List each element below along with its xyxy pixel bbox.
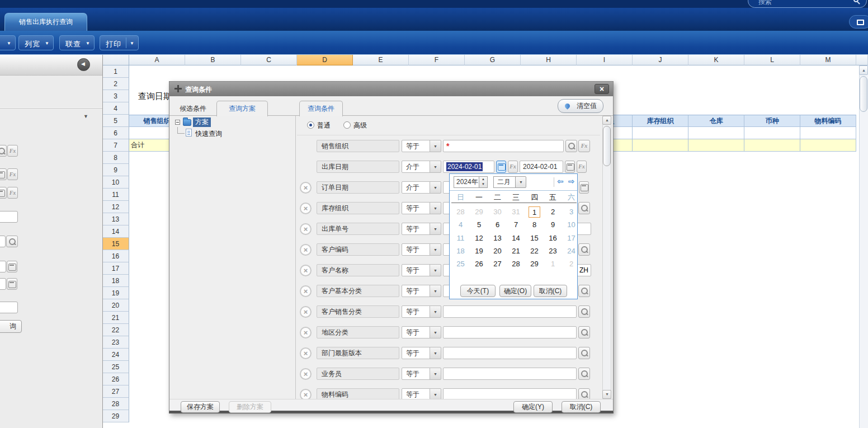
- calendar-button[interactable]: [7, 278, 17, 290]
- calendar-day-12[interactable]: 12: [470, 233, 488, 244]
- calendar-day-26[interactable]: 26: [470, 258, 488, 270]
- operator-dropdown-button[interactable]: [430, 181, 441, 194]
- calendar-day-30[interactable]: 30: [489, 206, 506, 218]
- row-header-16[interactable]: 16: [102, 250, 129, 262]
- remove-condition-button[interactable]: ×: [300, 306, 312, 318]
- row-header-23[interactable]: 23: [102, 336, 129, 349]
- calendar-day-8[interactable]: 8: [526, 219, 543, 231]
- calendar-day-16[interactable]: 16: [544, 233, 562, 244]
- grid-total-cell[interactable]: [633, 139, 688, 152]
- condition-value-input[interactable]: [443, 347, 577, 359]
- operator-value[interactable]: 等于: [402, 347, 430, 359]
- date-picker-button[interactable]: [579, 181, 589, 194]
- grid-header-cell-J[interactable]: 库存组织: [633, 115, 688, 127]
- month-dropdown-button[interactable]: [515, 176, 526, 188]
- grid-cell[interactable]: [744, 127, 800, 139]
- lookup-button[interactable]: [578, 305, 590, 318]
- tab-sales-outbound-query[interactable]: 销售出库执行查询: [4, 13, 87, 31]
- operator-value[interactable]: 等于: [402, 140, 430, 152]
- operator-value[interactable]: 等于: [402, 223, 430, 235]
- calendar-day-10[interactable]: 10: [563, 219, 580, 231]
- search-button[interactable]: [0, 145, 7, 157]
- fx-button[interactable]: Fx: [7, 145, 18, 157]
- column-header-E[interactable]: E: [353, 55, 409, 65]
- grid-header-cell-L[interactable]: 币种: [744, 115, 800, 127]
- grid-total-cell[interactable]: [800, 139, 856, 152]
- row-header-3[interactable]: 3: [102, 90, 129, 102]
- row-header-27[interactable]: 27: [102, 385, 129, 398]
- grid-cell[interactable]: [800, 127, 856, 139]
- remove-condition-button[interactable]: ×: [300, 368, 312, 380]
- text-input[interactable]: [0, 278, 6, 290]
- calendar-day-29[interactable]: 29: [526, 258, 543, 270]
- column-header-C[interactable]: C: [241, 55, 297, 65]
- row-header-28[interactable]: 28: [102, 398, 129, 410]
- operator-dropdown-button[interactable]: [430, 285, 441, 297]
- lookup-button[interactable]: [578, 243, 590, 256]
- remove-condition-button[interactable]: ×: [300, 327, 312, 338]
- remove-condition-button[interactable]: ×: [300, 285, 312, 297]
- month-select[interactable]: 二月: [493, 176, 516, 188]
- row-header-5[interactable]: 5: [102, 115, 129, 127]
- row-header-15[interactable]: 15: [102, 238, 129, 250]
- row-header-12[interactable]: 12: [102, 201, 129, 213]
- column-header-J[interactable]: J: [633, 55, 688, 65]
- search-button[interactable]: [6, 236, 18, 247]
- column-header-L[interactable]: L: [744, 55, 800, 65]
- remove-condition-button[interactable]: ×: [300, 182, 312, 194]
- grid-total-cell[interactable]: [688, 139, 744, 152]
- cancel-button[interactable]: 取消(C): [534, 285, 567, 297]
- row-header-10[interactable]: 10: [102, 176, 129, 189]
- fx-button[interactable]: Fx: [577, 161, 587, 173]
- operator-dropdown-button[interactable]: [430, 305, 441, 318]
- calendar-day-22[interactable]: 22: [526, 246, 543, 257]
- calendar-button[interactable]: [0, 168, 7, 180]
- calendar-day-1[interactable]: 1: [544, 258, 562, 270]
- row-header-25[interactable]: 25: [102, 361, 129, 373]
- grid-header-cell-K[interactable]: 仓库: [688, 115, 744, 127]
- scroll-up-button[interactable]: [859, 65, 868, 75]
- scroll-down-button[interactable]: [602, 390, 611, 399]
- calendar-day-7[interactable]: 7: [507, 219, 525, 231]
- column-header-D[interactable]: D: [297, 55, 353, 65]
- row-header-7[interactable]: 7: [102, 139, 129, 152]
- calendar-button[interactable]: [0, 187, 7, 199]
- column-header-F[interactable]: F: [409, 55, 465, 65]
- row-header-17[interactable]: 17: [102, 262, 129, 275]
- remove-condition-button[interactable]: ×: [300, 223, 312, 235]
- row-header-13[interactable]: 13: [102, 213, 129, 225]
- operator-value[interactable]: 等于: [402, 326, 430, 338]
- lookup-button[interactable]: [565, 140, 577, 152]
- calendar-day-18[interactable]: 18: [452, 246, 469, 257]
- condition-value-input[interactable]: *: [443, 140, 564, 152]
- cancel-button[interactable]: 取消(C): [562, 401, 601, 413]
- calendar-day-27[interactable]: 27: [489, 258, 506, 270]
- lookup-button[interactable]: [578, 326, 590, 338]
- operator-dropdown-button[interactable]: [430, 140, 441, 152]
- operator-dropdown-button[interactable]: [430, 326, 441, 338]
- column-header-B[interactable]: B: [185, 55, 241, 65]
- toolbar-button-打印[interactable]: 打印: [100, 35, 139, 50]
- delete-plan-button[interactable]: 删除方案: [229, 401, 271, 413]
- column-header-G[interactable]: G: [465, 55, 521, 65]
- calendar-day-24[interactable]: 24: [563, 246, 580, 257]
- lookup-button[interactable]: [578, 285, 590, 297]
- row-header-8[interactable]: 8: [102, 152, 129, 164]
- calendar-day-29[interactable]: 29: [470, 206, 488, 218]
- calendar-day-19[interactable]: 19: [470, 246, 488, 257]
- calendar-day-2[interactable]: 2: [544, 206, 562, 218]
- calendar-day-5[interactable]: 5: [470, 219, 488, 231]
- column-header-A[interactable]: A: [129, 55, 185, 65]
- operator-value[interactable]: 等于: [402, 368, 430, 380]
- grid-total-cell[interactable]: [744, 139, 800, 152]
- row-header-6[interactable]: 6: [102, 127, 129, 139]
- year-input[interactable]: 2024年: [454, 176, 479, 188]
- row-header-1[interactable]: 1: [102, 65, 129, 78]
- remove-condition-button[interactable]: ×: [300, 203, 312, 214]
- previous-month-icon[interactable]: ⇦: [557, 177, 566, 187]
- row-header-19[interactable]: 19: [102, 287, 129, 299]
- calendar-day-4[interactable]: 4: [452, 219, 469, 231]
- toolbar-button-联查[interactable]: 联查: [59, 35, 95, 50]
- lookup-button[interactable]: [578, 202, 590, 214]
- calendar-day-23[interactable]: 23: [544, 246, 562, 257]
